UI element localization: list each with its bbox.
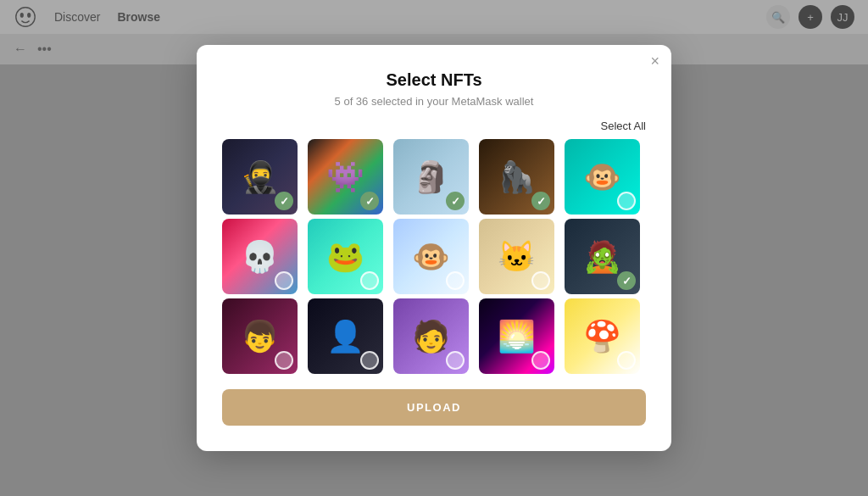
nft-check-indicator: [446, 351, 465, 370]
select-all-row: Select All: [222, 120, 646, 132]
nft-item[interactable]: 👦: [222, 298, 298, 374]
nft-item[interactable]: 🍄: [565, 298, 640, 374]
nft-check-indicator: [617, 271, 636, 290]
nft-item[interactable]: 👤: [308, 298, 383, 374]
modal-subtitle: 5 of 36 selected in your MetaMask wallet: [222, 95, 646, 108]
upload-button[interactable]: UPLOAD: [222, 389, 646, 426]
nft-check-indicator: [446, 192, 465, 210]
nft-item[interactable]: 🌅: [479, 298, 554, 374]
nft-check-indicator: [617, 192, 636, 210]
nft-item[interactable]: 🗿: [393, 139, 469, 215]
nft-item[interactable]: 🐱: [479, 219, 554, 294]
nft-item[interactable]: 🦍: [479, 139, 554, 215]
nft-check-indicator: [275, 192, 293, 210]
nft-check-indicator: [360, 192, 379, 210]
nft-check-indicator: [446, 271, 465, 290]
modal-overlay[interactable]: × Select NFTs 5 of 36 selected in your M…: [0, 0, 868, 496]
nft-item[interactable]: 🐵: [565, 139, 640, 215]
select-all-button[interactable]: Select All: [601, 120, 646, 132]
nft-item[interactable]: 🧟: [565, 219, 640, 294]
nft-item[interactable]: 🐸: [308, 219, 383, 294]
nft-grid: 🥷👾🗿🦍🐵💀🐸🐵🐱🧟👦👤🧑🌅🍄: [222, 139, 646, 374]
nft-check-indicator: [275, 271, 293, 290]
nft-check-indicator: [531, 192, 550, 210]
nft-check-indicator: [275, 351, 293, 370]
nft-item[interactable]: 💀: [222, 219, 298, 294]
modal-title: Select NFTs: [222, 70, 646, 90]
nft-item[interactable]: 👾: [308, 139, 383, 215]
nft-item[interactable]: 🧑: [393, 298, 469, 374]
nft-check-indicator: [360, 351, 379, 370]
nft-check-indicator: [531, 271, 550, 290]
close-button[interactable]: ×: [650, 53, 659, 69]
nft-check-indicator: [360, 271, 379, 290]
modal: × Select NFTs 5 of 36 selected in your M…: [197, 45, 671, 451]
nft-check-indicator: [617, 351, 636, 370]
nft-item[interactable]: 🐵: [393, 219, 469, 294]
nft-check-indicator: [531, 351, 550, 370]
nft-item[interactable]: 🥷: [222, 139, 298, 215]
